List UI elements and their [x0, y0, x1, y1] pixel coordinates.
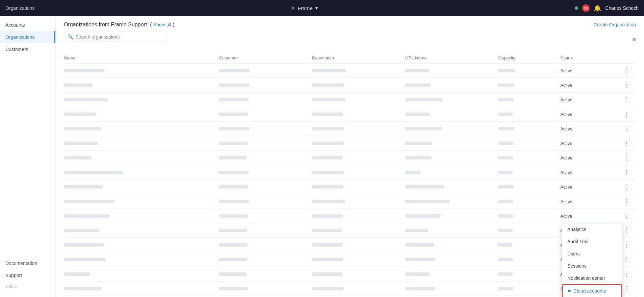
more-options-button[interactable]: ⋮: [622, 197, 631, 206]
actions-cell: ⋮: [622, 241, 636, 249]
description-cell: [312, 184, 405, 190]
blurred-cell: [219, 272, 247, 276]
actions-cell: ⋮ AnalyticsAudit TrailUsersSessionsNotif…: [622, 212, 636, 220]
capacity-cell: [498, 258, 513, 261]
create-org-button[interactable]: Create Organization: [594, 22, 636, 27]
status-cell: Active: [560, 126, 622, 131]
table-row: Active ⋮: [64, 267, 636, 281]
frame-name: Frame: [298, 5, 312, 11]
sidebar-item-organizations[interactable]: Organizations: [0, 31, 55, 43]
cloud-icon: [568, 290, 571, 292]
more-options-button[interactable]: ⋮: [622, 66, 631, 75]
blurred-cell: [405, 113, 430, 116]
more-options-button[interactable]: ⋮: [622, 95, 631, 104]
menu-item[interactable]: Users: [562, 248, 622, 260]
capacity-cell: [498, 229, 513, 232]
more-options-button[interactable]: ⋮: [622, 109, 631, 119]
sidebar-item-documentation[interactable]: Documentation: [0, 257, 55, 269]
table-row: Active ⋮: [64, 122, 636, 136]
actions-cell: ⋮: [622, 198, 636, 205]
blurred-cell: [405, 258, 436, 261]
col-customer: Customer: [219, 55, 312, 60]
more-options-button[interactable]: ⋮: [622, 139, 631, 148]
status-cell: Active: [560, 184, 622, 190]
menu-item[interactable]: Notification center: [562, 272, 622, 284]
blurred-cell: [219, 142, 248, 145]
blurred-cell: [219, 243, 248, 247]
name-cell: [64, 83, 219, 88]
status-cell: Active: [560, 112, 622, 117]
status-cell: Active: [560, 170, 622, 175]
top-nav: Organizations ✕ Frame ▼ 23 🔔 Charles Sch…: [0, 0, 644, 16]
customer-cell: [219, 170, 312, 175]
blurred-cell: [312, 98, 345, 101]
menu-item[interactable]: Audit Trail: [562, 236, 622, 248]
actions-cell: ⋮: [622, 125, 636, 132]
blurred-cell: [219, 69, 249, 72]
actions-cell: ⋮: [622, 285, 636, 292]
blurred-cell: [312, 127, 344, 130]
table-body: Active ⋮ Active ⋮ Active ⋮ Active: [64, 64, 636, 297]
description-cell: [312, 68, 405, 73]
sidebar-item-support[interactable]: Support: [0, 269, 55, 281]
name-cell: [64, 97, 219, 102]
blurred-cell: [312, 243, 342, 247]
name-cell: [64, 199, 219, 204]
search-input[interactable]: [75, 34, 161, 40]
blurred-cell: [64, 287, 102, 290]
more-options-button[interactable]: ⋮: [622, 80, 631, 90]
col-description: Description: [312, 55, 405, 60]
more-options-button[interactable]: ⋮: [622, 269, 631, 279]
more-options-button[interactable]: ⋮: [622, 182, 631, 192]
more-options-button[interactable]: ⋮: [622, 153, 631, 163]
more-options-button[interactable]: ⋮: [622, 168, 631, 177]
description-cell: [312, 214, 405, 219]
status-cell: Active: [560, 214, 622, 219]
sidebar-item-accounts[interactable]: Accounts: [0, 19, 55, 31]
sidebar-nav: Accounts Organizations Customers: [0, 16, 55, 58]
description-cell: [312, 112, 405, 117]
customer-cell: [219, 257, 312, 262]
more-options-button[interactable]: ⋮: [622, 226, 631, 235]
blurred-cell: [219, 185, 248, 189]
col-name: Name ↑: [64, 55, 219, 60]
sort-icon[interactable]: ↑: [77, 56, 79, 60]
description-cell: [312, 155, 405, 160]
actions-cell: ⋮: [622, 154, 636, 162]
more-options-button[interactable]: ⋮: [622, 124, 631, 133]
name-cell: [64, 228, 219, 233]
sidebar-item-customers[interactable]: Customers: [0, 43, 55, 55]
name-cell: [64, 68, 219, 73]
blurred-cell: [64, 214, 109, 218]
name-cell: [64, 257, 219, 262]
customer-cell: [219, 286, 312, 291]
more-options-button[interactable]: ⋮: [622, 255, 631, 264]
blurred-cell: [405, 142, 432, 145]
notification-badge[interactable]: 23: [582, 4, 590, 12]
sidebar-bottom: Documentation Support 2.85.5: [0, 254, 55, 297]
more-options-button[interactable]: ⋮: [622, 284, 631, 293]
title-row: Organizations from Frame Support ( Show …: [64, 22, 175, 28]
menu-item-cloud-accounts[interactable]: Cloud accounts: [562, 284, 622, 297]
url-cell: [405, 155, 498, 160]
blurred-cell: [405, 200, 449, 203]
blurred-cell: [64, 258, 106, 261]
capacity-cell: [498, 141, 560, 146]
url-cell: [405, 199, 498, 204]
capacity-cell: [498, 214, 560, 219]
filter-icon[interactable]: ≡: [632, 36, 636, 43]
customer-cell: [219, 155, 312, 160]
description-cell: [312, 97, 405, 102]
blurred-cell: [405, 156, 432, 159]
blurred-cell: [405, 127, 442, 130]
user-name: Charles Schoch: [605, 5, 639, 11]
bell-icon[interactable]: 🔔: [594, 4, 601, 12]
capacity-cell: [498, 243, 560, 248]
frame-selector[interactable]: Frame ▼: [298, 5, 318, 11]
description-cell: [312, 257, 405, 262]
more-options-button[interactable]: ⋮: [622, 211, 631, 221]
more-options-button[interactable]: ⋮: [622, 240, 631, 250]
menu-item[interactable]: Analytics: [562, 223, 622, 236]
menu-item[interactable]: Sessions: [562, 260, 622, 272]
show-all-link[interactable]: Show all: [153, 22, 171, 27]
